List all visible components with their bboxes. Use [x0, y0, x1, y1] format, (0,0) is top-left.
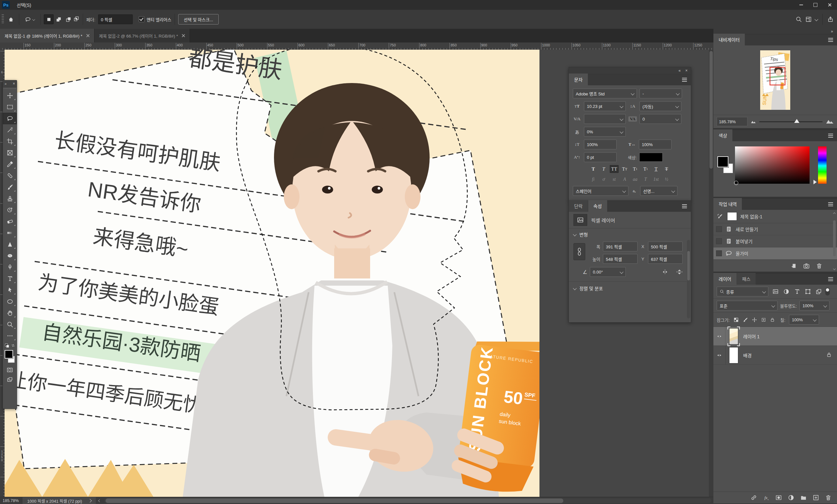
history-snapshot-row[interactable]: 제목 없음-1: [713, 210, 837, 223]
hue-strip[interactable]: [818, 146, 826, 184]
foreground-background-swatches[interactable]: [4, 350, 16, 365]
opentype-button-1[interactable]: ơ: [599, 176, 608, 183]
properties-scrollbar[interactable]: [687, 240, 690, 318]
edit-toolbar-button[interactable]: [3, 330, 17, 342]
filter-pixel-layers-icon[interactable]: [772, 288, 779, 295]
tab-history[interactable]: 작업 내역: [713, 198, 742, 210]
document-tab-1[interactable]: 제목 없음-1 @ 186% (레이어 1, RGB/8#) *: [0, 29, 94, 42]
move-tool[interactable]: [3, 90, 17, 101]
vertical-scale-input[interactable]: 100%: [584, 140, 617, 149]
workspace-switcher-icon[interactable]: [805, 16, 812, 22]
new-layer-icon[interactable]: [813, 494, 819, 501]
leading-select[interactable]: (자동): [640, 101, 681, 111]
new-document-from-state-icon[interactable]: [790, 263, 797, 269]
history-source-well[interactable]: [716, 250, 722, 256]
sponge-tool[interactable]: [3, 250, 17, 262]
quick-mask-button[interactable]: [3, 365, 17, 375]
intersect-selection-button[interactable]: [73, 16, 79, 23]
layer-name[interactable]: 배경: [743, 352, 752, 359]
faux-italic-button[interactable]: T: [599, 165, 608, 173]
antialias-checkbox[interactable]: [139, 16, 144, 22]
clone-stamp-tool[interactable]: [3, 193, 17, 204]
canvas-horizontal-scrollbar[interactable]: [96, 497, 713, 504]
layer-visibility-toggle[interactable]: [713, 346, 726, 364]
history-source-well[interactable]: [716, 238, 722, 244]
chevron-down-icon[interactable]: [815, 17, 818, 21]
delete-state-icon[interactable]: [816, 263, 823, 269]
superscript-button[interactable]: T1: [631, 165, 640, 173]
layer-row-0[interactable]: 레이어 1: [713, 327, 837, 346]
antialias-method-select[interactable]: 선명...: [640, 186, 677, 196]
subscript-button[interactable]: T1: [641, 165, 650, 173]
layer-thumbnail[interactable]: [729, 347, 738, 363]
history-state-2[interactable]: 올가미: [713, 248, 837, 259]
opentype-button-0[interactable]: fi: [589, 176, 598, 183]
flip-horizontal-icon[interactable]: [661, 269, 669, 275]
home-button[interactable]: [6, 14, 16, 24]
opentype-button-4[interactable]: aa: [631, 176, 640, 183]
font-family-select[interactable]: Adobe 명조 Std: [573, 89, 637, 98]
tab-paths[interactable]: 패스: [737, 273, 756, 285]
font-size-select[interactable]: 10.23 pt: [584, 101, 626, 111]
foreground-color-swatch[interactable]: [4, 350, 13, 359]
new-snapshot-icon[interactable]: [803, 263, 810, 269]
lock-pixels-icon[interactable]: [743, 317, 748, 323]
link-dimensions-button[interactable]: [573, 243, 585, 260]
panel-menu-icon[interactable]: [828, 202, 833, 206]
toolbar-grip[interactable]: [3, 87, 17, 90]
history-source-well[interactable]: [716, 226, 722, 232]
lock-all-icon[interactable]: [770, 317, 775, 323]
new-selection-mode-button[interactable]: [44, 14, 54, 24]
dock-collapse-icon[interactable]: »: [831, 29, 833, 34]
section-collapse-icon[interactable]: [573, 286, 576, 290]
history-scrollbar[interactable]: [833, 212, 836, 271]
text-color-swatch[interactable]: [640, 153, 662, 161]
tab-paragraph[interactable]: 단락: [569, 200, 588, 212]
set-source-icon[interactable]: [716, 213, 724, 220]
eyedropper-tool[interactable]: [3, 159, 17, 170]
share-icon[interactable]: [827, 16, 834, 22]
underline-button[interactable]: T: [652, 165, 660, 173]
feather-input[interactable]: 0 픽셀: [98, 14, 133, 24]
toolbar-close-icon[interactable]: ×: [13, 82, 15, 86]
font-style-select[interactable]: -: [640, 89, 682, 98]
blur-tool[interactable]: [3, 239, 17, 250]
y-input[interactable]: 637 픽셀: [648, 254, 683, 264]
lock-position-icon[interactable]: [752, 317, 757, 323]
panel-menu-icon[interactable]: [828, 134, 833, 138]
faux-bold-button[interactable]: T: [589, 165, 598, 173]
angle-select[interactable]: 0.00°: [590, 267, 626, 277]
horizontal-scale-input[interactable]: 100%: [639, 140, 672, 149]
height-input[interactable]: 548 픽셀: [603, 254, 638, 264]
opentype-button-6[interactable]: 1st: [652, 176, 660, 183]
width-input[interactable]: 391 픽셀: [603, 241, 638, 251]
add-mask-icon[interactable]: [775, 494, 782, 501]
default-colors-icon[interactable]: [4, 343, 10, 348]
status-zoom[interactable]: 185.78%: [0, 499, 22, 503]
panel-menu-icon[interactable]: [682, 78, 687, 82]
close-button[interactable]: [823, 0, 837, 10]
ellipse-tool[interactable]: [3, 296, 17, 307]
tab-properties[interactable]: 속성: [588, 200, 607, 212]
new-group-icon[interactable]: [800, 494, 807, 501]
search-icon[interactable]: [796, 16, 802, 22]
history-state-0[interactable]: 새로 만들기: [713, 223, 837, 235]
fill-select[interactable]: 100%: [789, 315, 819, 325]
maximize-button[interactable]: [808, 0, 823, 10]
minimize-button[interactable]: [794, 0, 808, 10]
spot-healing-brush-tool[interactable]: [3, 170, 17, 181]
opentype-button-3[interactable]: A: [620, 176, 629, 183]
tab-navigator[interactable]: 내비게이터: [713, 34, 745, 46]
type-tool[interactable]: [3, 273, 17, 284]
scroll-left-icon[interactable]: [98, 499, 101, 502]
baseline-shift-input[interactable]: 0 pt: [584, 152, 617, 162]
select-and-mask-button[interactable]: 선택 및 마스크...: [178, 14, 219, 24]
all-caps-button[interactable]: TT: [610, 165, 619, 173]
tab-layers[interactable]: 레이어: [713, 273, 737, 285]
history-state-1[interactable]: 붙여넣기: [713, 235, 837, 248]
brush-tool[interactable]: [3, 181, 17, 193]
panel-menu-icon[interactable]: [828, 38, 833, 42]
hand-tool[interactable]: [3, 307, 17, 319]
navigator-zoom-slider[interactable]: [759, 121, 823, 122]
layer-name[interactable]: 레이어 1: [743, 333, 760, 340]
